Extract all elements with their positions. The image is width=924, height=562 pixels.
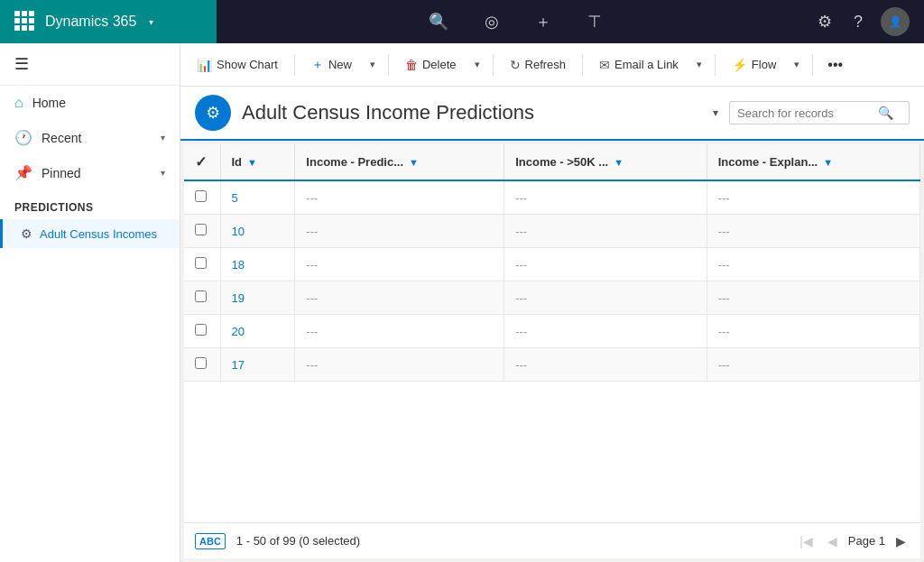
grid-header: ✓ Id ▼ Income - Predic... — [184, 144, 920, 180]
top-bar-right: ⚙ ? 👤 — [814, 7, 924, 36]
flow-chevron[interactable]: ▾ — [789, 53, 805, 76]
table-row[interactable]: 17 --- --- --- — [184, 348, 920, 382]
app-title-chevron[interactable]: ▾ — [149, 17, 153, 27]
plus-icon[interactable]: ＋ — [531, 7, 555, 36]
sidebar-home-label: Home — [32, 96, 165, 110]
main-layout: ☰ ⌂ Home 🕐 Recent ▾ 📌 Pinned ▾ Predictio… — [0, 43, 924, 562]
delete-icon: 🗑 — [405, 58, 418, 72]
table-row[interactable]: 20 --- --- --- — [184, 315, 920, 348]
row-income-pred: --- — [295, 281, 504, 315]
row-income-50k: --- — [504, 315, 707, 348]
row-income-pred: --- — [295, 248, 504, 281]
help-icon[interactable]: ? — [850, 9, 866, 35]
toolbar-divider-6 — [812, 54, 813, 76]
page-title: Adult Census Income Predictions — [242, 101, 698, 124]
pagination-nav: |◀ ◀ Page 1 ▶ — [796, 530, 910, 552]
prev-page-button[interactable]: ◀ — [824, 530, 841, 552]
row-income-explan: --- — [707, 281, 919, 315]
record-count: 1 - 50 of 99 (0 selected) — [236, 534, 785, 548]
sidebar-item-recent[interactable]: 🕐 Recent ▾ — [0, 120, 180, 155]
toolbar-divider-4 — [582, 54, 583, 76]
income-explan-filter-icon[interactable]: ▼ — [823, 157, 833, 168]
sidebar-section-predictions: Predictions — [0, 190, 180, 219]
delete-chevron[interactable]: ▾ — [469, 53, 485, 76]
content-area: 📊 Show Chart ＋ New ▾ 🗑 Delete ▾ ↻ Refres… — [180, 43, 924, 562]
app-title: Dynamics 365 — [45, 14, 136, 30]
avatar[interactable]: 👤 — [881, 7, 910, 36]
app-header: Dynamics 365 ▾ — [0, 0, 217, 43]
email-chevron[interactable]: ▾ — [691, 53, 707, 76]
new-button[interactable]: ＋ New — [302, 51, 361, 78]
new-chevron[interactable]: ▾ — [365, 53, 381, 76]
flow-button[interactable]: ⚡ Flow — [723, 52, 785, 78]
delete-button[interactable]: 🗑 Delete — [396, 52, 466, 78]
row-checkbox[interactable] — [184, 215, 220, 248]
pinned-chevron: ▾ — [161, 168, 165, 178]
grid-body: 5 --- --- --- 10 --- --- --- 18 --- --- … — [184, 180, 920, 382]
next-page-button[interactable]: ▶ — [892, 530, 910, 552]
sidebar-toggle[interactable]: ☰ — [0, 43, 180, 86]
top-bar-center: 🔍 ◎ ＋ ⊤ — [217, 7, 814, 36]
waffle-icon[interactable] — [14, 11, 36, 32]
checkmark-icon: ✓ — [195, 154, 207, 170]
sidebar-item-adult-census[interactable]: ⚙ Adult Census Incomes — [0, 219, 180, 248]
refresh-icon: ↻ — [510, 58, 521, 72]
row-income-50k: --- — [504, 215, 707, 248]
row-id[interactable]: 17 — [220, 348, 295, 382]
row-income-pred: --- — [295, 180, 504, 215]
row-id[interactable]: 20 — [220, 315, 295, 348]
select-all-header[interactable]: ✓ — [184, 144, 220, 180]
filter-icon[interactable]: ⊤ — [584, 8, 605, 35]
table-row[interactable]: 10 --- --- --- — [184, 215, 920, 248]
row-id[interactable]: 10 — [220, 215, 295, 248]
email-icon: ✉ — [599, 58, 610, 72]
page-header: ⚙ Adult Census Income Predictions ▾ 🔍 — [180, 87, 924, 141]
search-icon[interactable]: 🔍 — [878, 106, 893, 120]
chart-icon: 📊 — [197, 58, 212, 72]
grid-footer: ABC 1 - 50 of 99 (0 selected) |◀ ◀ Page … — [184, 522, 920, 558]
row-checkbox[interactable] — [184, 315, 220, 348]
col-header-income-explan[interactable]: Income - Explan... ▼ — [707, 144, 919, 180]
settings-icon[interactable]: ⚙ — [814, 8, 836, 35]
grid-wrapper[interactable]: ✓ Id ▼ Income - Predic... — [184, 144, 920, 522]
col-header-income-pred[interactable]: Income - Predic... ▼ — [295, 144, 504, 180]
refresh-button[interactable]: ↻ Refresh — [501, 52, 576, 78]
row-id[interactable]: 18 — [220, 248, 295, 281]
table-row[interactable]: 19 --- --- --- — [184, 281, 920, 315]
row-income-50k: --- — [504, 248, 707, 281]
row-checkbox[interactable] — [184, 248, 220, 281]
table-row[interactable]: 18 --- --- --- — [184, 248, 920, 281]
income-pred-filter-icon[interactable]: ▼ — [409, 157, 419, 168]
row-id[interactable]: 5 — [220, 180, 295, 215]
abc-badge: ABC — [195, 533, 226, 549]
sidebar: ☰ ⌂ Home 🕐 Recent ▾ 📌 Pinned ▾ Predictio… — [0, 43, 180, 562]
show-chart-button[interactable]: 📊 Show Chart — [188, 52, 287, 78]
col-header-id[interactable]: Id ▼ — [220, 144, 295, 180]
grid-container: ✓ Id ▼ Income - Predic... — [184, 144, 920, 558]
email-link-button[interactable]: ✉ Email a Link — [590, 52, 688, 78]
sidebar-adult-census-label: Adult Census Incomes — [40, 227, 157, 241]
row-id[interactable]: 19 — [220, 281, 295, 315]
more-button[interactable]: ••• — [820, 51, 850, 78]
target-icon[interactable]: ◎ — [481, 8, 503, 35]
table-row[interactable]: 5 --- --- --- — [184, 180, 920, 215]
search-input[interactable] — [737, 106, 873, 120]
page-icon: ⚙ — [195, 95, 231, 131]
col-header-income-50k[interactable]: Income - >50K ... ▼ — [504, 144, 707, 180]
id-filter-icon[interactable]: ▼ — [247, 157, 257, 168]
row-checkbox[interactable] — [184, 180, 220, 215]
row-checkbox[interactable] — [184, 281, 220, 315]
income-50k-filter-icon[interactable]: ▼ — [614, 157, 624, 168]
toolbar-divider-5 — [715, 54, 716, 76]
row-checkbox[interactable] — [184, 348, 220, 382]
sidebar-pinned-label: Pinned — [42, 166, 152, 180]
row-income-50k: --- — [504, 348, 707, 382]
toolbar-divider-3 — [493, 54, 494, 76]
row-income-50k: --- — [504, 281, 707, 315]
page-title-chevron[interactable]: ▾ — [713, 106, 718, 119]
sidebar-item-pinned[interactable]: 📌 Pinned ▾ — [0, 155, 180, 190]
row-income-explan: --- — [707, 180, 919, 215]
sidebar-item-home[interactable]: ⌂ Home — [0, 86, 180, 120]
search-icon[interactable]: 🔍 — [425, 8, 452, 35]
first-page-button[interactable]: |◀ — [796, 530, 817, 552]
